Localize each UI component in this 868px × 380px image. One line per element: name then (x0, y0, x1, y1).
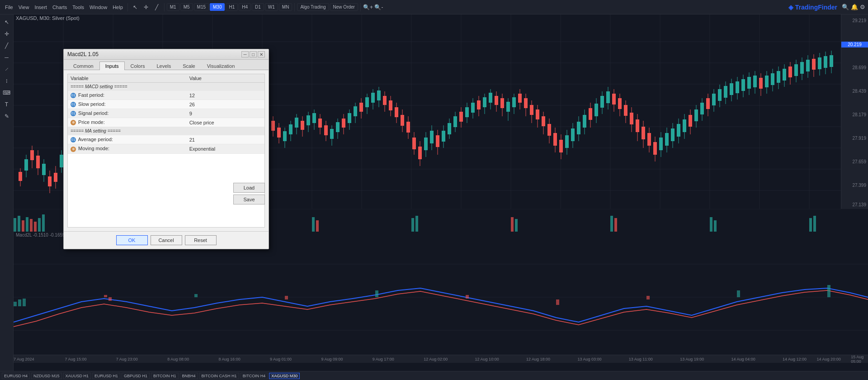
price-tick-7: 27.659 (852, 159, 866, 164)
fast-period-value[interactable]: 12 (187, 91, 264, 100)
table-row-moving-mode[interactable]: ⊕ Moving mode: Exponential (68, 144, 264, 153)
restore-button[interactable]: □ (250, 51, 257, 57)
svg-rect-217 (583, 115, 586, 128)
average-period-value[interactable]: 21 (187, 135, 264, 144)
reset-button[interactable]: Reset (185, 235, 217, 245)
line-icon[interactable]: ╱ (2, 41, 12, 51)
crosshair-tool[interactable]: ✛ (141, 2, 151, 12)
ok-button[interactable]: OK (116, 235, 148, 245)
zoom-minus-icon[interactable]: 🔍- (374, 2, 384, 12)
svg-rect-145 (371, 93, 375, 103)
table-row-price-mode[interactable]: ⊕ Price mode: Close price (68, 118, 264, 127)
tf-m15[interactable]: M15 (194, 3, 209, 11)
menu-tools[interactable]: Tools (70, 4, 86, 11)
moving-mode-value[interactable]: Exponential (187, 144, 264, 153)
menu-view[interactable]: View (16, 4, 32, 11)
tf-m30[interactable]: M30 (210, 3, 225, 11)
horizontal-line-icon[interactable]: ─ (2, 52, 12, 62)
price-tick-3: 28.699 (852, 65, 866, 70)
tab-visualization[interactable]: Visualization (201, 62, 241, 70)
tab-levels[interactable]: Levels (151, 62, 177, 70)
toolbar-separator-1 (127, 3, 128, 11)
tab-colors[interactable]: Colors (125, 62, 151, 70)
tab-scale[interactable]: Scale (177, 62, 201, 70)
sym-xagusd-m30[interactable]: XAGUSD M30 (269, 373, 300, 379)
svg-rect-35 (48, 176, 52, 186)
minimize-button[interactable]: ─ (241, 51, 249, 57)
svg-rect-163 (424, 138, 428, 150)
tf-h1[interactable]: H1 (226, 3, 238, 11)
close-button[interactable]: ✕ (258, 51, 265, 57)
tf-h4[interactable]: H4 (239, 3, 251, 11)
svg-rect-159 (412, 138, 416, 149)
cursor-icon[interactable]: ↖ (2, 17, 12, 27)
svg-rect-235 (636, 119, 639, 132)
sym-bitcoin-cash-h1[interactable]: BITCOIN CASH H1 (199, 373, 239, 379)
tab-inputs[interactable]: Inputs (99, 62, 125, 70)
sym-bitcoin-h4[interactable]: BITCOIN H4 (241, 373, 268, 379)
svg-rect-115 (283, 131, 287, 141)
table-row-average-period[interactable]: 01 Average period: 21 (68, 135, 264, 144)
svg-rect-263 (718, 89, 722, 101)
slow-period-value[interactable]: 26 (187, 100, 264, 109)
symbol-bar: EURUSD H4 NZDUSD M15 XAUUSD H1 EURUSD H1… (0, 371, 868, 380)
menu-help[interactable]: Help (110, 4, 125, 11)
trend-icon[interactable]: ⟋ (2, 64, 12, 74)
pencil-icon[interactable]: ✎ (2, 111, 12, 121)
save-button[interactable]: Save (233, 195, 265, 204)
svg-rect-121 (301, 121, 304, 130)
svg-rect-293 (806, 60, 810, 71)
svg-rect-183 (483, 97, 486, 107)
menu-charts[interactable]: Charts (50, 4, 69, 11)
channel-icon[interactable]: ⫶ (2, 76, 12, 86)
sym-gbpusd-h1[interactable]: GBPUSD H1 (122, 373, 150, 379)
cancel-button[interactable]: Cancel (151, 235, 182, 245)
svg-rect-261 (712, 94, 716, 105)
svg-rect-133 (336, 122, 340, 132)
signal-period-value[interactable]: 9 (187, 109, 264, 118)
sym-xauusd-h1[interactable]: XAUUSD H1 (63, 373, 91, 379)
svg-rect-151 (389, 100, 392, 110)
current-price-badge: 20.219 (841, 42, 868, 48)
dialog-title-bar[interactable]: Macd2L 1.05 ─ □ ✕ (64, 49, 269, 60)
tf-mn[interactable]: MN (279, 3, 292, 11)
svg-rect-171 (448, 123, 451, 134)
load-button[interactable]: Load (233, 183, 265, 193)
menu-window[interactable]: Window (87, 4, 109, 11)
price-mode-value[interactable]: Close price (187, 118, 264, 127)
svg-rect-334 (108, 297, 112, 301)
tf-m5[interactable]: M5 (180, 3, 193, 11)
table-row-slow-period[interactable]: 01 Slow period: 26 (68, 100, 264, 109)
sym-eurusd-h4[interactable]: EURUSD H4 (2, 373, 30, 379)
sym-eurusd-h1[interactable]: EURUSD H1 (92, 373, 120, 379)
price-mode-icon: ⊕ (71, 120, 76, 125)
crosshair-icon[interactable]: ✛ (2, 29, 12, 39)
signal-period-icon: 01 (71, 111, 76, 116)
svg-rect-239 (647, 133, 651, 146)
tf-w1[interactable]: W1 (265, 3, 278, 11)
search-icon[interactable]: 🔍 (842, 4, 849, 10)
svg-rect-135 (342, 119, 345, 128)
table-row-fast-period[interactable]: 01 Fast period: 12 (68, 91, 264, 100)
sym-nzdusd-m15[interactable]: NZDUSD M15 (31, 373, 62, 379)
notifications-icon[interactable]: 🔔 (851, 4, 858, 10)
menu-file[interactable]: File (3, 4, 15, 11)
text-icon[interactable]: T (2, 100, 12, 109)
sym-bitcoin-h1[interactable]: BITCOIN H1 (151, 373, 179, 379)
algo-trading-button[interactable]: Algo Trading (297, 3, 329, 11)
sym-bnb-h4[interactable]: BNBH4 (180, 373, 198, 379)
settings-icon[interactable]: ⚙ (860, 4, 865, 10)
line-tool[interactable]: ╱ (152, 2, 162, 12)
svg-rect-165 (430, 131, 434, 143)
cursor-tool[interactable]: ↖ (130, 2, 140, 12)
tf-m1[interactable]: M1 (167, 3, 179, 11)
menu-insert[interactable]: Insert (32, 4, 49, 11)
zoom-plus-icon[interactable]: 🔍+ (363, 2, 373, 12)
svg-rect-318 (415, 216, 418, 232)
new-order-button[interactable]: New Order (330, 3, 358, 11)
tf-d1[interactable]: D1 (252, 3, 264, 11)
tab-common[interactable]: Common (67, 62, 99, 70)
table-row-signal-period[interactable]: 01 Signal period: 9 (68, 109, 264, 118)
fib-icon[interactable]: ⌨ (2, 88, 12, 98)
svg-rect-231 (624, 105, 627, 116)
